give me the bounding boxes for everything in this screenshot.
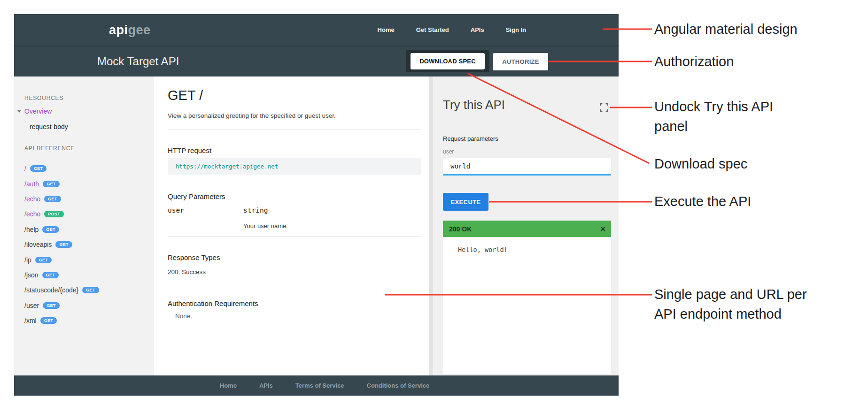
- annotation-angular-material: Angular material design: [654, 19, 852, 39]
- annotation-single-page: Single page and URL per API endpoint met…: [654, 284, 852, 324]
- nav-link-apis[interactable]: APIs: [471, 26, 484, 33]
- endpoint-path: /json: [24, 271, 39, 279]
- logo-part-api: api: [109, 23, 128, 37]
- method-badge: GET: [40, 317, 57, 324]
- nav-link-sign-in[interactable]: Sign In: [506, 26, 526, 33]
- sidebar-item-endpoint[interactable]: /help GET: [24, 222, 99, 237]
- response-type-value: 200: Success: [168, 268, 206, 275]
- param-description: Your user name.: [243, 222, 288, 229]
- sidebar-item-endpoint[interactable]: /echo GET: [24, 191, 99, 206]
- endpoint-path: /: [24, 165, 26, 172]
- sidebar-item-endpoint[interactable]: / GET: [24, 161, 99, 176]
- endpoint-description: View a personalized greeting for the spe…: [168, 112, 336, 119]
- sidebar-item-endpoint[interactable]: /echo POST: [24, 206, 99, 222]
- endpoint-path: /auth: [24, 180, 39, 188]
- method-badge: POST: [44, 211, 64, 217]
- endpoint-path: /statuscode/{code}: [24, 286, 78, 294]
- overview-label: Overview: [24, 107, 52, 115]
- user-field-label: user: [443, 148, 454, 155]
- sidebar: RESOURCES Overview request-body API REFE…: [14, 76, 154, 375]
- sidebar-item-request-body[interactable]: request-body: [30, 123, 68, 130]
- method-badge: GET: [35, 257, 52, 263]
- divider: [168, 130, 421, 130]
- resources-header: RESOURCES: [24, 95, 63, 101]
- http-request-header: HTTP request: [168, 146, 211, 154]
- content-area: RESOURCES Overview request-body API REFE…: [14, 76, 619, 375]
- apigee-logo: apigee: [109, 23, 151, 37]
- footer-link-home[interactable]: Home: [220, 382, 237, 389]
- response-body: Hello, world!: [443, 237, 611, 253]
- endpoint-path: /xml: [24, 317, 37, 324]
- sidebar-item-endpoint[interactable]: /auth GET: [24, 176, 99, 191]
- auth-requirements-value: None.: [175, 313, 192, 320]
- param-name: user: [168, 206, 184, 214]
- endpoint-path: /iloveapis: [24, 241, 52, 248]
- endpoint-path: /echo: [24, 195, 40, 203]
- sidebar-item-endpoint[interactable]: /ip GET: [24, 252, 99, 267]
- undock-icon[interactable]: [600, 103, 608, 112]
- annotation-execute: Execute the API: [654, 191, 852, 211]
- try-this-api-panel: Try this API Request parameters user EXE…: [433, 76, 619, 375]
- method-badge: GET: [55, 241, 72, 248]
- panel-divider: [429, 76, 433, 375]
- annotation-undock: Undock Try this API panel: [654, 97, 852, 136]
- logo-part-gee: gee: [128, 23, 151, 37]
- footer-link-apis[interactable]: APIs: [259, 382, 273, 389]
- close-icon[interactable]: ×: [600, 224, 605, 233]
- sidebar-item-endpoint[interactable]: /json GET: [24, 268, 99, 283]
- footer-link-conditions[interactable]: Conditions of Service: [367, 382, 430, 389]
- sidebar-item-overview[interactable]: Overview: [17, 107, 52, 115]
- api-reference-header: API REFERENCE: [24, 145, 75, 152]
- response-types-header: Response Types: [168, 253, 220, 261]
- page: apigee Home Get Started APIs Sign In Moc…: [0, 0, 868, 413]
- endpoint-path: /help: [24, 226, 39, 233]
- annotation-download-spec: Download spec: [654, 154, 852, 174]
- endpoint-path: /echo: [24, 210, 40, 218]
- auth-requirements-header: Authentication Requirements: [168, 299, 258, 307]
- method-badge: GET: [43, 181, 59, 187]
- endpoint-path: /user: [24, 302, 39, 309]
- method-badge: GET: [42, 272, 59, 278]
- endpoint-doc-panel: GET / View a personalized greeting for t…: [154, 76, 429, 375]
- sidebar-item-endpoint[interactable]: /xml GET: [24, 313, 99, 328]
- user-input[interactable]: [443, 158, 611, 176]
- footer-link-terms[interactable]: Terms of Service: [295, 382, 344, 389]
- footer: Home APIs Terms of Service Conditions of…: [14, 375, 619, 396]
- method-badge: GET: [44, 196, 61, 202]
- try-api-title: Try this API: [443, 98, 505, 112]
- annotation-authorization: Authorization: [654, 52, 852, 71]
- download-spec-highlight: DOWNLOAD SPEC: [406, 50, 489, 72]
- download-spec-button[interactable]: DOWNLOAD SPEC: [411, 53, 485, 69]
- param-type: string: [243, 206, 268, 214]
- authorize-button[interactable]: AUTHORIZE: [493, 53, 548, 70]
- api-title-bar: Mock Target API DOWNLOAD SPEC AUTHORIZE: [14, 46, 619, 76]
- query-parameters-header: Query Parameters: [168, 192, 225, 200]
- api-portal-window: apigee Home Get Started APIs Sign In Moc…: [14, 14, 619, 396]
- divider: [168, 237, 421, 237]
- method-badge: GET: [30, 165, 46, 172]
- collapse-caret-icon: [17, 110, 21, 113]
- method-badge: GET: [42, 226, 59, 233]
- status-code: 200 OK: [449, 225, 472, 233]
- endpoint-path: /ip: [24, 256, 31, 264]
- sidebar-item-endpoint[interactable]: /iloveapis GET: [24, 237, 99, 252]
- nav-link-home[interactable]: Home: [378, 26, 395, 33]
- sidebar-item-endpoint[interactable]: /user GET: [24, 298, 99, 313]
- endpoint-list: / GET /auth GET /echo GET /echo POST: [24, 161, 99, 328]
- execute-button[interactable]: EXECUTE: [443, 193, 488, 211]
- method-badge: GET: [43, 302, 59, 309]
- api-title: Mock Target API: [97, 55, 179, 68]
- top-navbar: apigee Home Get Started APIs Sign In: [14, 14, 619, 46]
- sidebar-item-endpoint[interactable]: /statuscode/{code} GET: [24, 283, 99, 298]
- nav-link-get-started[interactable]: Get Started: [416, 26, 449, 33]
- endpoint-title: GET /: [168, 88, 203, 103]
- response-status-bar: 200 OK ×: [443, 221, 611, 237]
- request-parameters-label: Request parameters: [443, 135, 498, 142]
- http-request-url: https://mocktarget.apigee.net: [168, 158, 421, 175]
- method-badge: GET: [82, 287, 99, 293]
- response-card: Hello, world!: [443, 237, 611, 374]
- nav-links: Home Get Started APIs Sign In: [378, 14, 526, 46]
